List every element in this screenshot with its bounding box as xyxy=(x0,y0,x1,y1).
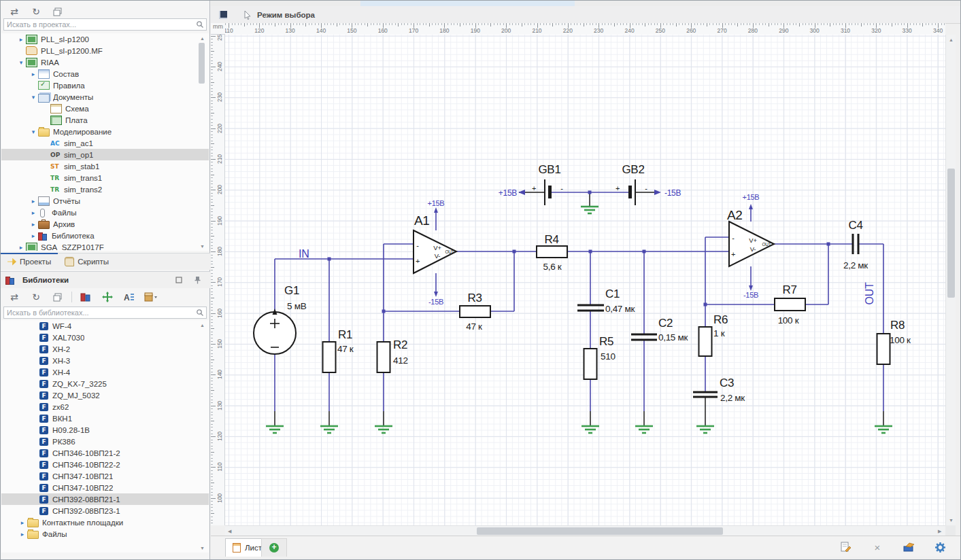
project-tree-item[interactable]: Плата xyxy=(1,114,209,126)
item-label: PLL_sl-p1200.MF xyxy=(41,47,103,55)
scroll-down-icon[interactable]: ▼ xyxy=(200,546,205,550)
projects-search-input[interactable] xyxy=(4,20,194,29)
library-tree-item[interactable]: FXH-2 xyxy=(1,343,209,355)
expand-arrow-icon[interactable]: ▸ xyxy=(29,209,38,216)
expand-arrow-icon[interactable]: ▸ xyxy=(29,71,38,77)
scroll-right-icon[interactable]: ▶ xyxy=(938,529,941,533)
library-tree-item[interactable]: FРК386 xyxy=(1,436,209,447)
library-tree-item[interactable]: FН09.28-1В xyxy=(1,424,209,436)
collapse-arrow-icon[interactable]: ▾ xyxy=(29,94,38,101)
library-tree-item[interactable]: Fzx62 xyxy=(1,401,209,413)
schematic-canvas[interactable]: G1 5 мВ xyxy=(225,35,945,525)
project-tree-item[interactable]: ▸Файлы xyxy=(1,207,209,218)
library-tree-item[interactable]: FСНП347-10ВП22 xyxy=(1,482,209,493)
component-G1[interactable]: G1 5 мВ xyxy=(254,284,307,354)
library-tree-item[interactable]: FСНП346-10ВП21-2 xyxy=(1,447,209,459)
scroll-up-icon[interactable]: ▲ xyxy=(200,323,205,328)
sync-icon[interactable]: ⇄ xyxy=(6,290,22,304)
library-tree-item[interactable]: FСНП392-08ВП23-1 xyxy=(1,505,209,517)
component-GB2[interactable]: + - GB2 xyxy=(616,163,647,205)
scroll-down-icon[interactable]: ▼ xyxy=(200,244,205,249)
edit-document-icon[interactable] xyxy=(838,540,854,554)
settings-gear-icon[interactable] xyxy=(932,540,948,554)
libraries-search-input[interactable] xyxy=(4,309,194,317)
cascade-windows-icon[interactable] xyxy=(50,5,66,18)
expand-arrow-icon[interactable]: ▸ xyxy=(29,232,38,239)
ruler-label: 310 xyxy=(841,27,850,34)
project-tree-item[interactable]: STsim_stab1 xyxy=(1,160,209,172)
add-sheet-button[interactable]: + xyxy=(261,538,287,557)
library-tree-item[interactable]: FZQ_KX-7_3225 xyxy=(1,378,209,389)
expand-arrow-icon[interactable]: ▸ xyxy=(16,36,26,43)
project-tree-item[interactable]: Схема xyxy=(1,103,209,114)
move-component-icon[interactable] xyxy=(99,290,116,304)
library-tree-item[interactable]: FZQ_MJ_5032 xyxy=(1,389,209,401)
library-tree-item[interactable]: FXH-3 xyxy=(1,355,209,366)
tab-scripts[interactable]: Скрипты xyxy=(58,253,116,270)
projects-scrollbar-thumb[interactable] xyxy=(199,43,205,84)
library-tree-item[interactable]: ▸Контактные площадки xyxy=(1,517,209,528)
list-icon xyxy=(38,69,50,79)
search-icon xyxy=(194,306,206,319)
refresh-icon[interactable]: ↻ xyxy=(28,5,44,18)
expand-arrow-icon[interactable]: ▸ xyxy=(18,519,27,526)
library-tree-item[interactable]: FСНП392-08ВП21-1 xyxy=(1,493,209,505)
project-tree-item[interactable]: ▾Документы xyxy=(1,91,209,103)
type-badge-ac: AC xyxy=(50,140,61,147)
project-tree-item[interactable]: Правила xyxy=(1,80,209,91)
sync-icon[interactable]: ⇄ xyxy=(6,5,22,18)
horizontal-scrollbar-thumb[interactable] xyxy=(477,527,723,535)
project-tree-item[interactable]: ▾RIAA xyxy=(1,56,209,68)
ruler-label: 110 xyxy=(216,460,223,474)
library-tree-item[interactable]: FWF-4 xyxy=(1,320,209,332)
expand-arrow-icon[interactable]: ▸ xyxy=(29,198,38,205)
close-icon[interactable]: × xyxy=(869,540,886,554)
project-tree-item[interactable]: TRsim_trans1 xyxy=(1,172,209,183)
net-label-in[interactable]: IN xyxy=(299,248,309,260)
net-label-out[interactable]: OUT xyxy=(864,282,875,304)
maximize-panel-icon[interactable] xyxy=(174,275,183,284)
cursor-icon xyxy=(243,10,252,20)
library-tree-item[interactable]: ▸Файлы xyxy=(1,528,209,540)
active-document-tab[interactable] xyxy=(360,1,575,6)
project-tree-item[interactable]: TRsim_trans2 xyxy=(1,183,209,195)
cascade-windows-icon[interactable] xyxy=(50,290,66,304)
component-A1[interactable]: - + V+ V- OUT A1 +15В -15В xyxy=(414,199,456,306)
library-tree-item[interactable]: FXH-4 xyxy=(1,366,209,378)
scroll-up-icon[interactable]: ▲ xyxy=(200,36,205,41)
attributes-list-icon[interactable]: A xyxy=(121,290,137,304)
vertical-scrollbar-thumb[interactable] xyxy=(947,169,955,298)
library-tree-item[interactable]: FXAL7030 xyxy=(1,332,209,343)
vertical-scrollbar[interactable]: ▲ ▼ xyxy=(945,35,956,525)
project-tree-item[interactable]: ▸SGA_SZZP1017F xyxy=(1,241,209,251)
tab-projects[interactable]: Проекты xyxy=(1,253,58,270)
expand-arrow-icon[interactable]: ▸ xyxy=(29,221,38,228)
project-tree-item[interactable]: ▸Архив xyxy=(1,218,209,230)
project-tree-item[interactable]: ▸Отчёты xyxy=(1,195,209,207)
pin-panel-icon[interactable] xyxy=(193,275,202,284)
project-tree-item[interactable]: ▸Состав xyxy=(1,68,209,80)
project-tree-item[interactable]: ▾Моделирование xyxy=(1,126,209,137)
project-tree-item[interactable]: PLL_sl-p1200.MF xyxy=(1,45,209,56)
package-icon[interactable] xyxy=(143,290,159,304)
expand-arrow-icon[interactable]: ▸ xyxy=(18,531,27,538)
scroll-down-icon[interactable]: ▼ xyxy=(949,518,954,523)
project-tree-item[interactable]: OPsim_op1 xyxy=(1,149,209,160)
library-tree-item[interactable]: FВКН1 xyxy=(1,413,209,424)
project-tree-item[interactable]: ▸PLL_sl-p1200 xyxy=(1,33,209,45)
project-tree-item[interactable]: ACsim_ac1 xyxy=(1,137,209,149)
component-GB1[interactable]: + - GB1 xyxy=(532,163,563,205)
refresh-icon[interactable]: ↻ xyxy=(28,290,44,304)
expand-arrow-icon[interactable]: ▸ xyxy=(16,244,26,251)
component-A2[interactable]: - + V+ V- OUT A2 +15В -15В xyxy=(727,193,774,299)
project-tree-item[interactable]: ▸Библиотека xyxy=(1,230,209,241)
scroll-up-icon[interactable]: ▲ xyxy=(949,37,954,42)
collapse-arrow-icon[interactable]: ▾ xyxy=(29,128,38,135)
add-to-library-icon[interactable] xyxy=(900,540,917,554)
open-library-icon[interactable] xyxy=(78,290,94,304)
library-tree-item[interactable]: FСНП346-10ВП22-2 xyxy=(1,459,209,470)
scroll-left-icon[interactable]: ◀ xyxy=(228,529,231,533)
collapse-arrow-icon[interactable]: ▾ xyxy=(16,59,26,66)
horizontal-scrollbar[interactable]: ◀ ▶ xyxy=(225,525,945,536)
library-tree-item[interactable]: FСНП347-10ВП21 xyxy=(1,470,209,482)
